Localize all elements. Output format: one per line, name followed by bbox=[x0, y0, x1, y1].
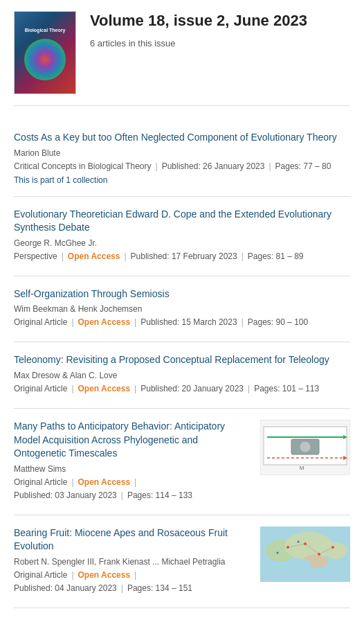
journal-cover: Biological Theory bbox=[14, 11, 76, 94]
articles-count: 6 articles in this issue bbox=[90, 38, 307, 48]
article-title-link[interactable]: Bearing Fruit: Miocene Apes and Rosaceou… bbox=[14, 526, 252, 553]
article-type: Original Article bbox=[14, 317, 67, 327]
article-title-link[interactable]: Teleonomy: Revisiting a Proposed Concept… bbox=[14, 353, 350, 367]
article-published: Published: 15 March 2023 bbox=[140, 317, 237, 327]
open-access-badge: Open Access bbox=[78, 384, 131, 393]
article-meta: Original Article | Open Access | bbox=[14, 570, 252, 580]
article-item: Evolutionary Theoretician Edward D. Cope… bbox=[14, 197, 350, 276]
separator: | bbox=[242, 317, 244, 327]
separator: | bbox=[269, 161, 271, 171]
article-type: Original Article bbox=[14, 477, 67, 487]
article-title-link[interactable]: Many Paths to Anticipatory Behavior: Ant… bbox=[14, 420, 252, 461]
article-pages: Pages: 90 – 100 bbox=[248, 317, 308, 327]
article-authors: Robert N. Spengler III, Frank Kienast ..… bbox=[14, 557, 252, 567]
article-pages: Pages: 114 – 133 bbox=[127, 490, 192, 500]
separator: | bbox=[156, 161, 158, 171]
svg-point-14 bbox=[284, 559, 312, 570]
separator: | bbox=[134, 317, 136, 327]
separator: | bbox=[121, 583, 123, 593]
page-container: Biological Theory Volume 18, issue 2, Ju… bbox=[0, 0, 364, 619]
separator: | bbox=[71, 477, 73, 487]
article-published: Published: 17 February 2023 bbox=[131, 251, 237, 261]
svg-point-13 bbox=[325, 542, 347, 559]
article-published: Published: 04 January 2023 bbox=[14, 583, 117, 593]
article-title-link[interactable]: Evolutionary Theoretician Edward D. Cope… bbox=[14, 208, 350, 235]
svg-text:M: M bbox=[300, 465, 304, 471]
open-access-badge: Open Access bbox=[78, 477, 131, 487]
article-pages: Pages: 134 – 151 bbox=[127, 583, 192, 593]
open-access-badge: Open Access bbox=[68, 251, 120, 261]
article-with-image: Many Paths to Anticipatory Behavior: Ant… bbox=[14, 420, 350, 504]
article-item: Teleonomy: Revisiting a Proposed Concept… bbox=[14, 342, 350, 409]
article-meta-2: Published: 03 January 2023 | Pages: 114 … bbox=[14, 490, 252, 500]
article-published: Published: 03 January 2023 bbox=[14, 490, 117, 500]
article-type: Original Article bbox=[14, 570, 67, 580]
svg-point-19 bbox=[277, 551, 279, 553]
open-access-badge: Open Access bbox=[78, 570, 131, 580]
article-title-link[interactable]: Costs As a Key but too Often Neglected C… bbox=[14, 131, 350, 145]
collection-line: This is part of 1 collection bbox=[14, 175, 350, 185]
article-authors: Marion Blute bbox=[14, 148, 350, 158]
svg-point-5 bbox=[300, 441, 311, 452]
separator: | bbox=[62, 251, 64, 261]
article-meta: Original Article | Open Access | Publish… bbox=[14, 317, 350, 327]
svg-point-20 bbox=[298, 540, 300, 542]
separator: | bbox=[124, 251, 126, 261]
article-authors: George R. McGhee Jr. bbox=[14, 238, 350, 248]
separator: | bbox=[71, 317, 73, 327]
map-image bbox=[260, 526, 350, 582]
article-authors: Matthew Sims bbox=[14, 464, 252, 474]
article-meta: Original Article | Open Access | bbox=[14, 477, 252, 487]
article-thumbnail bbox=[260, 526, 350, 582]
separator: | bbox=[121, 490, 123, 500]
separator: | bbox=[248, 384, 250, 393]
article-pages: Pages: 77 – 80 bbox=[275, 161, 331, 171]
separator: | bbox=[71, 570, 73, 580]
article-published: Published: 26 January 2023 bbox=[162, 161, 265, 171]
article-published: Published: 20 January 2023 bbox=[140, 384, 244, 393]
article-authors: Wim Beekman & Henk Jochemsen bbox=[14, 304, 350, 314]
article-title-link[interactable]: Self-Organization Through Semiosis bbox=[14, 287, 350, 301]
cover-decoration bbox=[24, 39, 66, 80]
article-item: Self-Organization Through Semiosis Wim B… bbox=[14, 276, 350, 343]
article-pages: Pages: 101 – 113 bbox=[254, 384, 319, 393]
diagram-image: M bbox=[260, 420, 350, 475]
article-meta-2: Published: 04 January 2023 | Pages: 134 … bbox=[14, 583, 252, 593]
separator: | bbox=[134, 477, 136, 487]
cover-title: Biological Theory bbox=[22, 25, 69, 36]
article-item: Many Paths to Anticipatory Behavior: Ant… bbox=[14, 409, 350, 515]
article-meta: Original Article | Open Access | Publish… bbox=[14, 384, 350, 393]
separator: | bbox=[134, 384, 136, 393]
article-meta: Perspective | Open Access | Published: 1… bbox=[14, 251, 350, 261]
article-type: Perspective bbox=[14, 251, 57, 261]
article-content: Bearing Fruit: Miocene Apes and Rosaceou… bbox=[14, 526, 252, 596]
article-thumbnail: M bbox=[260, 420, 350, 475]
journal-header: Biological Theory Volume 18, issue 2, Ju… bbox=[14, 11, 350, 106]
separator: | bbox=[134, 570, 136, 580]
article-content: Many Paths to Anticipatory Behavior: Ant… bbox=[14, 420, 252, 504]
article-item: Bearing Fruit: Miocene Apes and Rosaceou… bbox=[14, 515, 350, 608]
journal-header-text: Volume 18, issue 2, June 2023 6 articles… bbox=[90, 11, 307, 48]
article-authors: Max Dresow & Alan C. Love bbox=[14, 371, 350, 380]
article-item: Costs As a Key but too Often Neglected C… bbox=[14, 120, 350, 197]
volume-title: Volume 18, issue 2, June 2023 bbox=[90, 11, 307, 31]
open-access-badge: Open Access bbox=[78, 317, 131, 327]
collection-link[interactable]: This is part of 1 collection bbox=[14, 175, 107, 185]
separator: | bbox=[71, 384, 73, 393]
article-pages: Pages: 81 – 89 bbox=[248, 251, 304, 261]
separator: | bbox=[242, 251, 244, 261]
article-type: Original Article bbox=[14, 384, 67, 393]
article-with-image: Bearing Fruit: Miocene Apes and Rosaceou… bbox=[14, 526, 350, 596]
article-meta: Critical Concepts in Biological Theory |… bbox=[14, 161, 350, 171]
article-type: Critical Concepts in Biological Theory bbox=[14, 161, 152, 171]
